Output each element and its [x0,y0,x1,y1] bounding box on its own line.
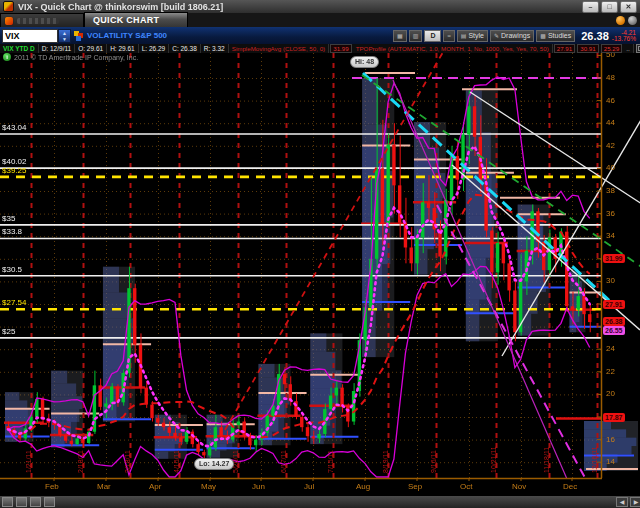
scroll-right-icon[interactable]: ▶ [630,497,640,507]
minimize-button[interactable]: – [582,1,599,13]
studies-icon: ▩ [540,32,546,39]
timeframe-button[interactable]: D [424,30,441,42]
tab-bar: QUICK CHART [0,13,640,27]
window-title: VIX - Quick Chart @ thinkorswim [build 1… [18,2,582,12]
chart-type-button[interactable]: ≈ [443,30,454,42]
workspace-icon-3[interactable] [30,497,41,507]
study-value[interactable]: 31.99 [330,44,351,53]
studies-button[interactable]: ▩Studies [536,30,575,42]
study-value[interactable]: 30.91 [577,44,598,53]
status-field-d: D: 12/9/11 [39,44,76,53]
alert-ball-icon[interactable] [616,16,625,25]
symbol-dropdown-button[interactable]: ▲▼ [58,29,71,43]
maximize-button[interactable]: □ [601,1,618,13]
study-name-0[interactable]: SimpleMovingAvg (CLOSE, 50, 0) [229,44,329,53]
workspace-icon-1[interactable] [2,497,13,507]
chat-ball-icon[interactable] [628,16,637,25]
symbol-description: VOLATILITY S&P 500 [87,31,167,40]
change-percent: -13.76% [612,36,636,42]
scroll-left-icon[interactable]: ◀ [616,497,628,507]
app-icon [3,1,14,12]
status-field-l: L: 26.29 [139,44,170,53]
drawings-button[interactable]: ✎Drawings [490,30,534,42]
study-value[interactable]: 27.91 [554,44,575,53]
link-icon: ▥ [413,32,419,39]
line-chart-icon: ≈ [447,33,450,39]
study-name-1[interactable]: TPOProfile (AUTOMATIC, 1.0, MONTH, 1, No… [353,44,553,53]
price-chart[interactable] [0,0,640,508]
last-price: 26.38 [581,30,609,42]
tab-quick-chart[interactable]: QUICK CHART [84,12,188,27]
thinkorswim-window: VIX - Quick Chart @ thinkorswim [build 1… [0,0,640,508]
gadgets-tab[interactable] [0,13,84,27]
status-field-r: R: 3.32 [201,44,229,53]
status-field-o: O: 29.61 [75,44,107,53]
status-field-c: C: 26.38 [169,44,201,53]
grid-view-button[interactable]: ▦ [393,30,407,42]
status-symbol-period: VIX YTD D [0,44,39,53]
pencil-icon: ✎ [494,32,499,39]
chart-status-row: VIX YTD DD: 12/9/11O: 29.61H: 29.61L: 26… [0,44,640,53]
gadgets-logo [17,18,59,24]
bottom-status-strip: ◀ ▶ [0,496,640,508]
status-more[interactable]: .. [623,44,634,53]
study-value[interactable]: 25.29 [601,44,622,53]
gadgets-icon [5,17,13,25]
link-button[interactable]: ▥ [409,30,423,42]
symbol-input[interactable] [2,29,58,43]
workspace-icon-4[interactable] [44,497,55,507]
instrument-icon [74,31,84,41]
price-change: -4.21 -13.76% [612,30,636,42]
workspace-icon-2[interactable] [16,497,27,507]
expand-studies-icon[interactable] [636,44,640,53]
style-icon: ▤ [461,32,467,39]
grid-icon: ▦ [397,32,403,39]
style-button[interactable]: ▤Style [457,30,488,42]
status-field-h: H: 29.61 [107,44,139,53]
symbol-toolbar: ▲▼ VOLATILITY S&P 500 ▦ ▥ D ≈ ▤Style ✎Dr… [0,27,640,44]
close-button[interactable]: ✕ [620,1,637,13]
